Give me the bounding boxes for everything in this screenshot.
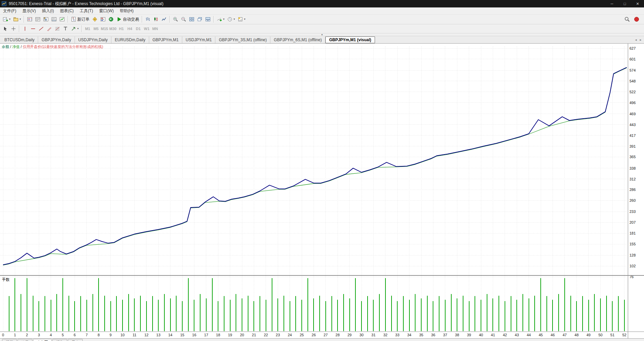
price-scale[interactable]: 6276015745485224964694434173913653383122… — [628, 44, 644, 341]
svg-text:0: 0 — [2, 333, 4, 337]
market-depth-button[interactable] — [99, 16, 107, 23]
legend-segment: 净值 — [12, 45, 20, 49]
terminal-button[interactable] — [50, 16, 58, 23]
arrange-windows-icon — [205, 17, 211, 22]
timeframe-group: M1M5M15M30H1H4D1W1MN — [83, 25, 159, 32]
bottom-tab[interactable]: 报告 — [52, 339, 67, 341]
timeframe-button-d1[interactable]: D1 — [134, 25, 142, 32]
chart-tab[interactable]: GBPJPYm_3S,M1 (offline) — [215, 36, 270, 43]
new-chart-button[interactable]: ▾ — [1, 16, 12, 23]
menu-item[interactable]: 显示(V) — [19, 7, 39, 15]
notification-badge-icon — [634, 17, 639, 22]
timeframe-button-w1[interactable]: W1 — [142, 25, 151, 32]
menu-item[interactable]: 帮助(H) — [117, 7, 137, 15]
menu-item[interactable]: 工具(T) — [77, 7, 96, 15]
search-button[interactable] — [623, 16, 631, 23]
arrow-objects-button[interactable]: ▾ — [70, 25, 80, 33]
market-watch-button[interactable] — [26, 16, 34, 23]
timeframe-button-m5[interactable]: M5 — [92, 25, 100, 32]
horizontal-line-button[interactable] — [29, 25, 37, 33]
metaeditor-button[interactable] — [91, 16, 99, 23]
text-button[interactable] — [61, 25, 70, 33]
chart-tab[interactable]: USDJPYm,Daily — [75, 36, 111, 43]
chart-line-button[interactable] — [160, 16, 168, 23]
periods-button[interactable]: ▾ — [226, 16, 236, 23]
timeframe-button-m1[interactable]: M1 — [83, 25, 92, 32]
svg-text:40: 40 — [479, 333, 483, 337]
menu-item[interactable]: 图表(C) — [57, 7, 77, 15]
cursor-icon — [3, 26, 8, 31]
bottom-tab[interactable]: 结果 — [18, 339, 32, 341]
dropdown-caret-icon: ▾ — [234, 18, 235, 21]
new-order-button[interactable]: 新订单 — [70, 16, 91, 23]
toolbar-separator — [142, 16, 142, 23]
chart-tab[interactable]: EURUSDm,Daily — [111, 36, 149, 43]
chart-bars-icon — [145, 17, 151, 22]
chart-tab[interactable]: GBPJPYm,M1 — [149, 36, 182, 43]
tab-scroll-left-icon[interactable]: ◂ — [634, 38, 638, 42]
cascade-windows-button[interactable] — [196, 16, 204, 23]
data-window-button[interactable] — [34, 16, 42, 23]
tile-windows-button[interactable] — [188, 16, 196, 23]
timeframe-button-mn[interactable]: MN — [151, 25, 159, 32]
bottom-tab[interactable]: 设置 — [2, 339, 17, 341]
arrange-windows-button[interactable] — [204, 16, 212, 23]
svg-text:21: 21 — [252, 333, 256, 337]
axis-separator — [0, 332, 644, 332]
chart-candles-button[interactable] — [152, 16, 160, 23]
strategy-tester-button[interactable] — [58, 16, 66, 23]
minimize-button[interactable]: ─ — [606, 0, 618, 7]
chart-tab[interactable]: USDJPYm,M1 — [182, 36, 215, 43]
indicators-button[interactable]: ▾ — [215, 16, 226, 23]
menu-item[interactable]: 文件(F) — [0, 7, 19, 15]
mql5-community-button[interactable] — [107, 16, 115, 23]
timeframe-button-h4[interactable]: H4 — [126, 25, 134, 32]
equidistant-channel-button[interactable] — [45, 25, 53, 33]
navigator-button[interactable] — [42, 16, 50, 23]
svg-text:19: 19 — [228, 333, 232, 337]
bottom-tab[interactable]: 日志 — [68, 339, 83, 341]
equity-chart-canvas[interactable]: 0123456789101112131415161718192021222324… — [0, 44, 628, 341]
cursor-button[interactable] — [1, 25, 9, 33]
panel-separator[interactable] — [0, 275, 644, 276]
y-tick-label: 365 — [629, 155, 636, 159]
svg-text:16: 16 — [192, 333, 196, 337]
zoom-in-button[interactable] — [171, 16, 180, 23]
chart-tab[interactable]: GBPJPYm,M1 (visual) — [325, 36, 375, 43]
timeframe-button-h1[interactable]: H1 — [117, 25, 126, 32]
zoom-out-button[interactable] — [180, 16, 188, 23]
maximize-button[interactable]: □ — [618, 0, 631, 7]
chart-tab[interactable]: GBPJPYm,Daily — [38, 36, 75, 43]
trendline-button[interactable] — [37, 25, 45, 33]
chart-bars-button[interactable] — [144, 16, 152, 23]
y-tick-label: 260 — [629, 198, 636, 202]
svg-text:49: 49 — [586, 333, 590, 337]
docking-splitter[interactable]: ▴ — [0, 33, 644, 36]
tab-scroll-right-icon[interactable]: ▸ — [639, 38, 643, 42]
crosshair-button[interactable] — [9, 25, 18, 33]
templates-button[interactable]: ▾ — [236, 16, 247, 23]
menu-item[interactable]: 窗口(W) — [96, 7, 117, 15]
arrow-objects-icon — [71, 26, 76, 31]
autotrading-button[interactable]: 自动交易 — [115, 16, 140, 23]
svg-text:31: 31 — [371, 333, 375, 337]
svg-text:25: 25 — [300, 333, 304, 337]
chart-tab[interactable]: GBPJPYm_6S,M1 (offline) — [270, 36, 325, 43]
svg-text:17: 17 — [204, 333, 208, 337]
svg-text:3: 3 — [38, 333, 40, 337]
y-tick-label: 181 — [629, 231, 636, 235]
notifications-button[interactable] — [633, 16, 641, 23]
timeframe-button-m30[interactable]: M30 — [109, 25, 117, 32]
chart-tab[interactable]: BTCUSDm,Daily — [1, 36, 38, 43]
timeframe-button-m15[interactable]: M15 — [100, 25, 109, 32]
svg-text:34: 34 — [407, 333, 411, 337]
fibonacci-button[interactable] — [53, 25, 61, 33]
close-button[interactable]: ✕ — [631, 0, 644, 7]
bottom-tab[interactable]: 净值图 — [33, 339, 52, 341]
y-tick-label: 417 — [629, 133, 636, 138]
vertical-line-button[interactable] — [21, 25, 29, 33]
svg-text:28: 28 — [336, 333, 340, 337]
drawing-toolbar: ▾ M1M5M15M30H1H4D1W1MN — [0, 24, 644, 33]
menu-item[interactable]: 插入(I) — [39, 7, 57, 15]
profiles-button[interactable]: ▾ — [12, 16, 22, 23]
